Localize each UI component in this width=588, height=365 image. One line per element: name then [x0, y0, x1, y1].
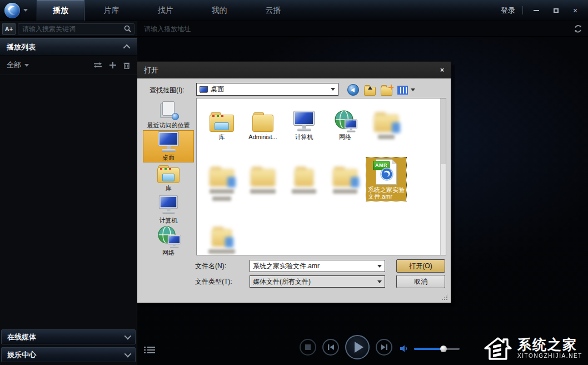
stop-icon	[305, 344, 311, 350]
chevron-down-icon	[124, 333, 132, 340]
file-type-combo[interactable]: 媒体文件(所有文件)	[250, 275, 385, 288]
titlebar: 播放 片库 找片 我的 云播 登录 ×	[0, 0, 588, 21]
app-logo-icon[interactable]	[4, 3, 20, 18]
file-item-selected-amr[interactable]: AMR 系统之家实验文件.amr	[366, 157, 407, 201]
tab-mine[interactable]: 我的	[192, 0, 246, 21]
tab-library[interactable]: 片库	[84, 0, 138, 21]
file-item-administrator[interactable]: Administ...	[242, 103, 283, 141]
play-address-input[interactable]	[143, 24, 574, 33]
online-media-label: 在线媒体	[7, 332, 36, 342]
main-menu-caret-icon[interactable]	[23, 9, 28, 12]
stop-button[interactable]	[300, 339, 316, 356]
file-item-redacted[interactable]	[325, 157, 366, 201]
login-button[interactable]: 登录	[501, 6, 515, 16]
font-size-button[interactable]: A+	[2, 23, 16, 35]
file-name-label: 文件名(N):	[195, 260, 226, 273]
maximize-icon	[554, 8, 559, 13]
back-button[interactable]	[347, 84, 359, 96]
file-row-1: 库 Administ... 计算机	[201, 103, 407, 141]
file-item-redacted[interactable]	[283, 157, 325, 201]
file-item-network[interactable]: 网络	[325, 103, 366, 141]
look-in-dropdown[interactable]: 桌面	[196, 83, 338, 96]
file-list: 库 Administ... 计算机	[196, 98, 446, 255]
redacted-label	[208, 249, 235, 254]
search-icon[interactable]	[124, 25, 131, 32]
player-logo-icon	[380, 167, 393, 181]
up-one-level-button[interactable]	[364, 87, 376, 96]
volume-fill	[414, 348, 444, 350]
play-mode-icon[interactable]	[93, 62, 102, 68]
close-button[interactable]: ×	[569, 6, 581, 16]
dialog-title: 打开	[144, 65, 158, 75]
cancel-button[interactable]: 取消	[396, 275, 445, 288]
resize-grip[interactable]	[441, 294, 448, 300]
file-item-redacted[interactable]	[201, 218, 242, 255]
previous-button[interactable]	[322, 339, 339, 356]
file-type-label: 文件类型(T):	[195, 275, 232, 288]
file-list-scrollbar[interactable]	[440, 98, 446, 255]
titlebar-right: 登录 ×	[501, 6, 588, 16]
volume-slider[interactable]	[414, 348, 460, 350]
file-name-combo[interactable]	[250, 260, 385, 272]
selected-file-tile[interactable]: AMR 系统之家实验文件.amr	[366, 157, 406, 201]
file-name-caret-icon[interactable]	[377, 265, 382, 268]
views-caret-icon[interactable]	[411, 88, 415, 91]
add-file-icon[interactable]	[109, 62, 116, 68]
file-item-label: 计算机	[295, 134, 313, 141]
next-button[interactable]	[376, 339, 392, 356]
playlist-header-label: 播放列表	[7, 42, 36, 52]
playlist-toggle-icon[interactable]	[144, 345, 155, 355]
house-logo-icon	[482, 335, 514, 362]
previous-icon	[327, 344, 335, 351]
watermark-site-name: 系统之家	[517, 338, 582, 352]
place-libraries[interactable]: 库	[143, 162, 194, 194]
filter-all-dropdown[interactable]: 全部	[7, 60, 21, 70]
file-item-libraries[interactable]: 库	[201, 103, 242, 141]
views-menu-button[interactable]	[397, 86, 408, 95]
refresh-icon[interactable]	[574, 24, 582, 33]
file-item-computer[interactable]: 计算机	[283, 103, 325, 141]
place-desktop[interactable]: 桌面	[143, 130, 194, 162]
tab-play[interactable]: 播放	[37, 0, 84, 21]
online-media-bar[interactable]: 在线媒体	[1, 329, 136, 344]
file-item-redacted[interactable]	[366, 103, 407, 141]
look-in-value: 桌面	[211, 85, 224, 94]
volume-knob[interactable]	[440, 346, 447, 352]
scrollbar-thumb[interactable]	[441, 98, 446, 164]
watermark-site-url: XITONGZHIJIA.NET	[517, 353, 582, 359]
play-icon	[355, 342, 363, 353]
tab-cloud[interactable]: 云播	[246, 0, 300, 21]
speaker-icon[interactable]	[400, 344, 409, 353]
place-network[interactable]: 网络	[143, 225, 194, 256]
entertainment-center-label: 娱乐中心	[7, 350, 36, 360]
file-type-value: 媒体文件(所有文件)	[253, 277, 311, 287]
search-input[interactable]	[21, 24, 124, 33]
place-computer[interactable]: 计算机	[143, 194, 194, 225]
dialog-close-button[interactable]: ×	[440, 66, 444, 74]
play-button[interactable]	[345, 335, 370, 359]
file-item-label: Administ...	[248, 134, 277, 141]
playlist-actions	[93, 62, 130, 69]
entertainment-center-bar[interactable]: 娱乐中心	[1, 347, 136, 362]
place-recent[interactable]: 最近访问的位置	[143, 99, 194, 130]
file-name-input[interactable]	[253, 262, 377, 270]
dialog-titlebar[interactable]: 打开 ×	[137, 62, 451, 78]
up-arrow-icon	[368, 86, 372, 90]
look-in-label: 查找范围(I):	[150, 84, 185, 96]
tab-find[interactable]: 找片	[138, 0, 192, 21]
new-folder-button[interactable]	[381, 87, 392, 96]
playlist-empty-area	[0, 75, 137, 327]
watermark-text: 系统之家 XITONGZHIJIA.NET	[517, 338, 582, 359]
redacted-label	[210, 189, 234, 194]
delete-icon[interactable]	[123, 62, 130, 69]
maximize-button[interactable]	[550, 6, 562, 16]
playlist-header[interactable]: 播放列表	[0, 38, 137, 56]
desktop-mini-icon	[200, 86, 208, 92]
open-button[interactable]: 打开(O)	[396, 259, 445, 273]
amr-file-icon: AMR	[376, 159, 397, 185]
place-label: 库	[166, 185, 172, 191]
places-bar: 最近访问的位置 桌面 库 计算机	[143, 99, 194, 256]
minimize-button[interactable]	[530, 6, 542, 16]
file-item-redacted[interactable]	[242, 157, 283, 201]
file-item-redacted[interactable]	[201, 157, 242, 201]
